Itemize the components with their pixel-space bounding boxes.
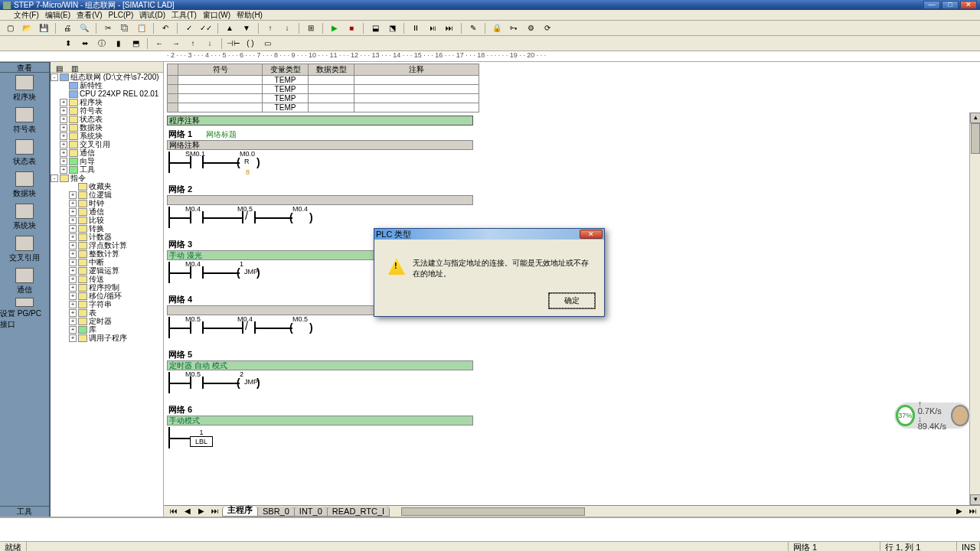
status-icon[interactable]: ⬓ [368,22,382,34]
compile-icon[interactable]: ✓ [182,22,196,34]
cell[interactable] [178,94,263,103]
open-icon[interactable]: 📂 [20,22,34,34]
preview-icon[interactable]: 🔍 [77,22,91,34]
cell[interactable]: TEMP [263,76,309,85]
cell[interactable]: TEMP [263,94,309,103]
rung[interactable]: M0.4M0.5/M0.4() [167,207,473,228]
compile-all-icon[interactable]: ✓✓ [199,22,213,34]
hscrollbar[interactable] [390,507,952,517]
tree-item[interactable]: +通信 [51,148,163,157]
menu-item[interactable]: 帮助(H) [237,10,263,21]
menu-item[interactable]: 工具(T) [172,10,197,21]
tree-item[interactable]: +工具 [51,165,163,174]
col-header[interactable]: 注释 [354,64,479,76]
cell[interactable] [168,103,178,112]
toggle-icon[interactable]: ⬒ [129,37,142,50]
cell[interactable] [354,103,479,112]
tab[interactable]: 主程序 [222,507,258,517]
rung[interactable]: M0.52(JMP) [167,372,473,393]
tab-last2-icon[interactable]: ⏭ [966,504,980,517]
close-button[interactable]: ✕ [960,1,977,9]
tab-last-icon[interactable]: ⏭ [208,504,222,517]
scroll-up-icon[interactable]: ▴ [970,112,980,123]
tree-item[interactable]: +时钟 [51,199,163,207]
tab[interactable]: READ_RTC_I [327,507,390,517]
nav-item[interactable]: 状态表 [0,137,49,169]
scroll-down-icon[interactable]: ▾ [970,494,980,505]
network-comment[interactable]: 手动模式 [167,416,473,425]
cell[interactable] [309,94,354,103]
refresh-icon[interactable]: ⟳ [541,22,554,34]
gear-icon[interactable]: ⚙ [524,22,537,34]
dialog-close-button[interactable]: ✕ [580,230,603,239]
scroll-thumb[interactable] [971,123,980,154]
nav-item[interactable]: 程序块 [0,73,49,105]
menu-item[interactable]: 文件(F) [14,10,39,21]
cell[interactable] [354,94,479,103]
tree-item[interactable]: +状态表 [51,115,163,123]
wire-left-icon[interactable]: ← [152,37,166,50]
menu-item[interactable]: PLC(P) [108,11,133,19]
tree-item[interactable]: +位逻辑 [51,191,163,199]
undo-icon[interactable]: ↶ [158,22,172,34]
wire-down-icon[interactable]: ↓ [203,37,217,50]
network-comment[interactable]: 定时器 自动 模式 [167,360,473,370]
box-icon[interactable]: ▭ [260,37,274,50]
nav-item[interactable]: 设置 PG/PC 接口 [0,298,49,330]
program-comment[interactable]: 程序注释 [167,116,473,126]
chart-icon[interactable]: ⬔ [385,22,399,34]
contact-icon[interactable]: ⊣⊢ [227,37,240,50]
rung[interactable]: SM0.1M0.0(R)8 [167,152,473,173]
tree-item[interactable]: +字符串 [51,300,163,308]
hscroll-thumb[interactable] [401,507,585,516]
sort-asc-icon[interactable]: ↑ [263,22,277,34]
tree-root[interactable]: -组态联网 (D:\文件\s7-200) [51,73,163,81]
network-comment[interactable]: 网络注释 [167,140,473,150]
system-widget[interactable]: 37% ↑ 0.7K/s↓ 89.4K/s [894,403,971,429]
nav-item[interactable]: 交叉引用 [0,233,49,266]
tab[interactable]: INT_0 [294,507,328,517]
tab-next-icon[interactable]: ▶ [194,504,208,517]
col-header[interactable] [168,64,178,76]
col-header[interactable]: 符号 [178,64,263,76]
network-comment[interactable] [167,195,473,205]
tree-item[interactable]: CPU 224XP REL 02.01 [51,90,163,98]
paste-icon[interactable]: 📋 [135,22,149,34]
network-label[interactable]: 网络 6 [168,404,980,416]
cell[interactable] [354,85,479,94]
dialog-ok-button[interactable]: 确定 [549,293,595,308]
cell[interactable] [168,94,178,103]
cell[interactable] [178,103,263,112]
multi-icon[interactable]: ⏭ [443,22,456,34]
info-icon[interactable]: ⓘ [95,37,109,50]
tree-item[interactable]: +逻辑运算 [51,266,163,275]
copy-icon[interactable]: ⿻ [118,22,132,34]
tab-first-icon[interactable]: ⏮ [167,504,181,517]
cell[interactable] [309,85,354,94]
cut-icon[interactable]: ✂ [101,22,115,34]
network-label[interactable]: 网络 1网络标题 [168,129,980,140]
tree-item[interactable]: 新特性 [51,81,163,90]
print-icon[interactable]: 🖨 [60,22,74,34]
tree-item[interactable]: +整数计算 [51,249,163,258]
tab-next2-icon[interactable]: ▶ [952,504,966,517]
nav-item[interactable]: 通信 [0,266,49,298]
tree-item[interactable]: +比较 [51,216,163,224]
dialog-title[interactable]: PLC 类型 ✕ [374,229,604,240]
symbol-table[interactable]: 符号变量类型数据类型注释 TEMPTEMPTEMPTEMP [167,64,479,112]
nav-item[interactable]: 系统块 [0,201,49,233]
cell[interactable]: TEMP [263,103,309,112]
network-label[interactable]: 网络 5 [168,349,980,360]
sort-desc-icon[interactable]: ↓ [280,22,294,34]
maximize-button[interactable]: □ [942,1,959,9]
wire-right-icon[interactable]: → [169,37,183,50]
cell[interactable] [168,85,178,94]
rung[interactable]: M0.5M0.4/M0.5() [167,317,473,338]
cell[interactable] [354,76,479,85]
tree-item[interactable]: +向导 [51,157,163,165]
bookmark-icon[interactable]: ▮ [112,37,126,50]
nav-item[interactable]: 符号表 [0,105,49,137]
rung[interactable]: 1LBL [167,427,473,448]
cell[interactable]: TEMP [263,85,309,94]
upload-icon[interactable]: ▲ [223,22,237,34]
